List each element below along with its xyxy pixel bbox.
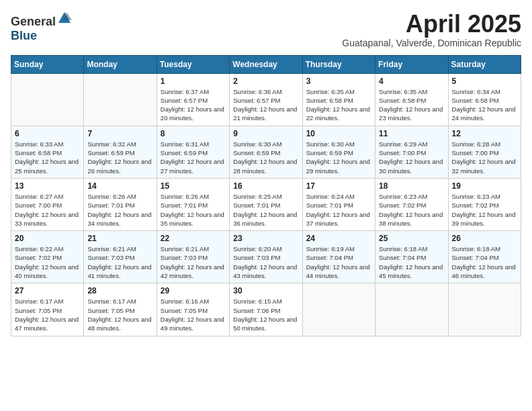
day-number: 24 [306, 234, 371, 243]
calendar-day-cell: 9Sunrise: 6:30 AMSunset: 6:59 PMDaylight… [230, 126, 302, 178]
calendar-day-cell: 24Sunrise: 6:19 AMSunset: 7:04 PMDayligh… [302, 231, 375, 283]
day-number: 26 [452, 234, 517, 243]
day-number: 9 [233, 129, 298, 138]
weekday-header: Sunday [11, 55, 84, 73]
weekday-header: Tuesday [157, 55, 229, 73]
day-info: Sunrise: 6:20 AMSunset: 7:03 PMDaylight:… [233, 244, 298, 280]
calendar-day-cell: 15Sunrise: 6:26 AMSunset: 7:01 PMDayligh… [157, 178, 229, 230]
weekday-header: Wednesday [230, 55, 302, 73]
calendar-day-cell: 26Sunrise: 6:18 AMSunset: 7:04 PMDayligh… [448, 231, 521, 283]
day-info: Sunrise: 6:23 AMSunset: 7:02 PMDaylight:… [379, 192, 444, 228]
month-title: April 2025 [342, 11, 521, 38]
logo-icon [57, 11, 72, 26]
day-number: 18 [379, 181, 444, 191]
day-info: Sunrise: 6:35 AMSunset: 6:58 PMDaylight:… [379, 87, 444, 123]
day-number: 30 [233, 286, 298, 295]
calendar-day-cell: 4Sunrise: 6:35 AMSunset: 6:58 PMDaylight… [375, 73, 448, 126]
calendar-day-cell: 18Sunrise: 6:23 AMSunset: 7:02 PMDayligh… [375, 178, 448, 230]
calendar-day-cell [375, 283, 448, 336]
logo-blue: Blue [11, 29, 37, 42]
calendar-day-cell: 23Sunrise: 6:20 AMSunset: 7:03 PMDayligh… [230, 231, 302, 283]
calendar-day-cell: 1Sunrise: 6:37 AMSunset: 6:57 PMDaylight… [157, 73, 229, 126]
day-number: 3 [306, 77, 371, 86]
day-info: Sunrise: 6:35 AMSunset: 6:58 PMDaylight:… [306, 87, 371, 123]
day-info: Sunrise: 6:30 AMSunset: 6:59 PMDaylight:… [233, 140, 298, 175]
day-number: 22 [161, 234, 226, 243]
day-info: Sunrise: 6:31 AMSunset: 6:59 PMDaylight:… [161, 140, 226, 175]
day-info: Sunrise: 6:18 AMSunset: 7:04 PMDaylight:… [452, 244, 517, 280]
day-info: Sunrise: 6:25 AMSunset: 7:01 PMDaylight:… [233, 192, 298, 228]
calendar-day-cell: 12Sunrise: 6:28 AMSunset: 7:00 PMDayligh… [448, 126, 521, 178]
calendar-day-cell: 28Sunrise: 6:17 AMSunset: 7:05 PMDayligh… [84, 283, 157, 336]
day-number: 19 [452, 181, 517, 191]
calendar-day-cell: 27Sunrise: 6:17 AMSunset: 7:05 PMDayligh… [11, 283, 84, 336]
day-number: 21 [87, 234, 152, 243]
day-number: 4 [379, 77, 444, 86]
day-number: 8 [161, 129, 226, 138]
day-info: Sunrise: 6:33 AMSunset: 6:58 PMDaylight:… [15, 140, 80, 175]
day-info: Sunrise: 6:19 AMSunset: 7:04 PMDaylight:… [306, 244, 371, 280]
location-subtitle: Guatapanal, Valverde, Dominican Republic [342, 38, 521, 48]
day-number: 17 [306, 181, 371, 191]
day-number: 6 [15, 129, 80, 138]
weekday-header: Saturday [448, 55, 521, 73]
day-info: Sunrise: 6:37 AMSunset: 6:57 PMDaylight:… [161, 87, 226, 123]
calendar-day-cell [448, 283, 521, 336]
day-info: Sunrise: 6:17 AMSunset: 7:05 PMDaylight:… [15, 297, 80, 332]
calendar-day-cell: 2Sunrise: 6:36 AMSunset: 6:57 PMDaylight… [230, 73, 302, 126]
weekday-header: Monday [84, 55, 157, 73]
day-number: 2 [233, 77, 298, 86]
calendar-day-cell: 5Sunrise: 6:34 AMSunset: 6:58 PMDaylight… [448, 73, 521, 126]
day-number: 20 [15, 234, 80, 243]
calendar-day-cell: 21Sunrise: 6:21 AMSunset: 7:03 PMDayligh… [84, 231, 157, 283]
title-block: April 2025 Guatapanal, Valverde, Dominic… [342, 11, 521, 48]
day-number: 27 [15, 286, 80, 295]
calendar-day-cell: 13Sunrise: 6:27 AMSunset: 7:00 PMDayligh… [11, 178, 84, 230]
day-info: Sunrise: 6:28 AMSunset: 7:00 PMDaylight:… [452, 140, 517, 175]
day-info: Sunrise: 6:36 AMSunset: 6:57 PMDaylight:… [233, 87, 298, 123]
day-number: 25 [379, 234, 444, 243]
calendar-day-cell: 14Sunrise: 6:26 AMSunset: 7:01 PMDayligh… [84, 178, 157, 230]
day-info: Sunrise: 6:16 AMSunset: 7:05 PMDaylight:… [161, 297, 226, 332]
calendar-day-cell: 8Sunrise: 6:31 AMSunset: 6:59 PMDaylight… [157, 126, 229, 178]
logo: General Blue [11, 11, 72, 43]
day-number: 7 [87, 129, 152, 138]
day-number: 10 [306, 129, 371, 138]
day-number: 5 [452, 77, 517, 86]
day-info: Sunrise: 6:21 AMSunset: 7:03 PMDaylight:… [87, 244, 152, 280]
day-info: Sunrise: 6:15 AMSunset: 7:06 PMDaylight:… [233, 297, 298, 332]
day-info: Sunrise: 6:17 AMSunset: 7:05 PMDaylight:… [87, 297, 152, 332]
day-info: Sunrise: 6:26 AMSunset: 7:01 PMDaylight:… [161, 192, 226, 228]
calendar-week-row: 6Sunrise: 6:33 AMSunset: 6:58 PMDaylight… [11, 126, 521, 178]
calendar-week-row: 20Sunrise: 6:22 AMSunset: 7:02 PMDayligh… [11, 231, 521, 283]
day-info: Sunrise: 6:29 AMSunset: 7:00 PMDaylight:… [379, 140, 444, 175]
day-number: 29 [161, 286, 226, 295]
day-info: Sunrise: 6:21 AMSunset: 7:03 PMDaylight:… [161, 244, 226, 280]
calendar-day-cell: 6Sunrise: 6:33 AMSunset: 6:58 PMDaylight… [11, 126, 84, 178]
page-header: General Blue April 2025 Guatapanal, Valv… [11, 11, 521, 48]
logo-general: General [11, 15, 56, 28]
day-info: Sunrise: 6:26 AMSunset: 7:01 PMDaylight:… [87, 192, 152, 228]
calendar-day-cell: 16Sunrise: 6:25 AMSunset: 7:01 PMDayligh… [230, 178, 302, 230]
calendar-day-cell: 22Sunrise: 6:21 AMSunset: 7:03 PMDayligh… [157, 231, 229, 283]
day-number: 11 [379, 129, 444, 138]
calendar-day-cell [302, 283, 375, 336]
calendar-day-cell [11, 73, 84, 126]
calendar-day-cell: 11Sunrise: 6:29 AMSunset: 7:00 PMDayligh… [375, 126, 448, 178]
calendar-day-cell: 19Sunrise: 6:23 AMSunset: 7:02 PMDayligh… [448, 178, 521, 230]
calendar-day-cell: 20Sunrise: 6:22 AMSunset: 7:02 PMDayligh… [11, 231, 84, 283]
day-info: Sunrise: 6:30 AMSunset: 6:59 PMDaylight:… [306, 140, 371, 175]
day-number: 12 [452, 129, 517, 138]
day-info: Sunrise: 6:27 AMSunset: 7:00 PMDaylight:… [15, 192, 80, 228]
day-info: Sunrise: 6:24 AMSunset: 7:01 PMDaylight:… [306, 192, 371, 228]
calendar-day-cell: 25Sunrise: 6:18 AMSunset: 7:04 PMDayligh… [375, 231, 448, 283]
day-number: 28 [87, 286, 152, 295]
calendar-day-cell: 30Sunrise: 6:15 AMSunset: 7:06 PMDayligh… [230, 283, 302, 336]
day-info: Sunrise: 6:23 AMSunset: 7:02 PMDaylight:… [452, 192, 517, 228]
calendar-day-cell: 3Sunrise: 6:35 AMSunset: 6:58 PMDaylight… [302, 73, 375, 126]
day-number: 15 [161, 181, 226, 191]
day-number: 14 [87, 181, 152, 191]
calendar-day-cell: 17Sunrise: 6:24 AMSunset: 7:01 PMDayligh… [302, 178, 375, 230]
calendar-week-row: 1Sunrise: 6:37 AMSunset: 6:57 PMDaylight… [11, 73, 521, 126]
weekday-header: Friday [375, 55, 448, 73]
